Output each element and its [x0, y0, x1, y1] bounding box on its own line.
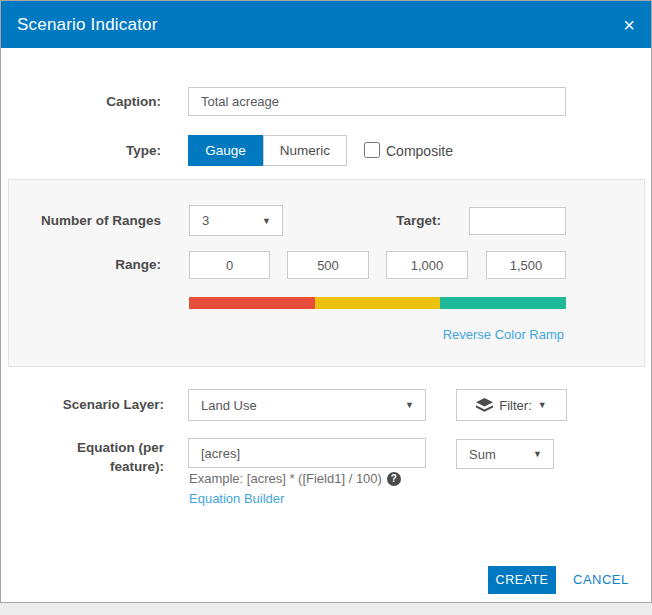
- cancel-button[interactable]: CANCEL: [573, 566, 629, 594]
- range-label: Range:: [9, 251, 161, 279]
- aggregation-value: Sum: [469, 447, 496, 462]
- type-gauge-button[interactable]: Gauge: [188, 135, 263, 166]
- range-input-1[interactable]: [189, 251, 270, 279]
- equation-example-text: Example: [acres] * ([Field1] / 100): [189, 471, 382, 486]
- aggregation-dropdown[interactable]: Sum ▼: [456, 439, 554, 469]
- equation-label: Equation (per feature):: [41, 438, 164, 476]
- help-icon[interactable]: ?: [387, 472, 401, 486]
- number-of-ranges-value: 3: [202, 213, 209, 228]
- range-input-3[interactable]: [386, 251, 468, 279]
- target-input[interactable]: [469, 207, 566, 235]
- scenario-layer-value: Land Use: [201, 398, 257, 413]
- equation-builder-link[interactable]: Equation Builder: [189, 491, 284, 506]
- composite-checkbox[interactable]: [364, 142, 380, 158]
- chevron-down-icon: ▼: [538, 400, 547, 410]
- close-icon[interactable]: ×: [623, 15, 635, 35]
- dialog-header: Scenario Indicator ×: [1, 1, 651, 48]
- equation-input[interactable]: [188, 438, 426, 468]
- color-ramp-segment-green: [440, 297, 566, 309]
- chevron-down-icon: ▼: [405, 400, 414, 410]
- color-ramp-segment-yellow: [315, 297, 441, 309]
- chevron-down-icon: ▼: [262, 216, 271, 226]
- equation-example: Example: [acres] * ([Field1] / 100) ?: [189, 471, 401, 486]
- ranges-panel: Number of Ranges 3 ▼ Target: Range: Reve…: [8, 179, 645, 367]
- number-of-ranges-dropdown[interactable]: 3 ▼: [189, 205, 283, 236]
- scenario-indicator-dialog: Scenario Indicator × Caption: Type: Gaug…: [0, 0, 652, 603]
- dialog-title: Scenario Indicator: [17, 15, 158, 35]
- caption-label: Caption:: [1, 88, 161, 116]
- color-ramp-segment-red: [189, 297, 315, 309]
- type-numeric-button[interactable]: Numeric: [263, 135, 347, 166]
- create-button[interactable]: CREATE: [488, 566, 556, 594]
- chevron-down-icon: ▼: [533, 449, 542, 459]
- layers-icon: [476, 398, 493, 413]
- range-input-2[interactable]: [287, 251, 369, 279]
- filter-button[interactable]: Filter: ▼: [456, 389, 567, 421]
- composite-label: Composite: [386, 136, 453, 166]
- target-label: Target:: [339, 205, 441, 236]
- filter-label: Filter:: [499, 398, 532, 413]
- scenario-layer-label: Scenario Layer:: [1, 389, 164, 421]
- type-label: Type:: [1, 136, 161, 166]
- reverse-color-ramp-link[interactable]: Reverse Color Ramp: [443, 327, 564, 342]
- range-input-4[interactable]: [486, 251, 566, 279]
- caption-input[interactable]: [188, 87, 566, 116]
- number-of-ranges-label: Number of Ranges: [9, 205, 161, 236]
- color-ramp: [189, 297, 566, 309]
- scenario-layer-dropdown[interactable]: Land Use ▼: [188, 389, 426, 421]
